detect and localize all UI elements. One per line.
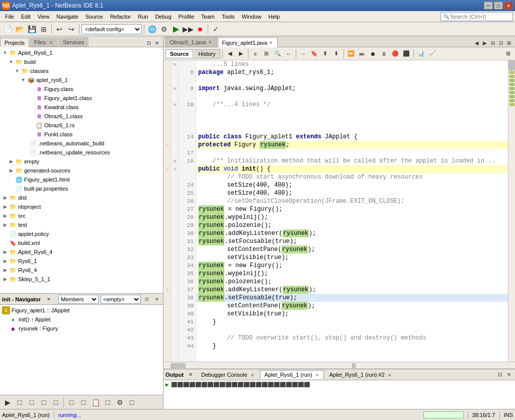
nav-tool-8[interactable]: 📋: [90, 397, 101, 408]
ed-debug-6[interactable]: ⬛: [401, 49, 411, 59]
tab-close-icon2[interactable]: ✕: [315, 373, 319, 378]
tree-item-applet-policy[interactable]: 📄 applet.policy: [0, 229, 163, 238]
nav-tool-4[interactable]: □: [38, 397, 49, 408]
menu-run[interactable]: Run: [135, 13, 151, 21]
tab-figury-aplet1-java[interactable]: Figury_aplet1.java ✕: [218, 37, 278, 47]
h-scroll-thumb[interactable]: [170, 363, 186, 368]
save-all-button[interactable]: ⊞: [38, 24, 49, 35]
menu-refactor[interactable]: Refactor: [107, 13, 134, 21]
stop-button[interactable]: ■: [195, 24, 206, 35]
tree-item-dist[interactable]: ▶ 📁 dist: [0, 193, 163, 202]
toggle-src[interactable]: ▶: [2, 213, 8, 219]
menu-help[interactable]: Help: [266, 13, 283, 21]
scope-filter[interactable]: <empty>: [101, 295, 141, 304]
tree-item-build[interactable]: ▼ 📁 build: [0, 57, 163, 66]
tab-files[interactable]: Files ✕: [30, 37, 58, 47]
tree-item-build-xml[interactable]: 🔖 build.xml: [0, 238, 163, 247]
tab-services[interactable]: Services: [58, 37, 89, 47]
ed-next-bookmark[interactable]: ⬇: [331, 49, 341, 59]
ed-debug-4[interactable]: ⏸: [379, 49, 389, 59]
run-button[interactable]: ▶: [170, 24, 182, 35]
output-tab-run2[interactable]: Aplet_Rys6_1 (run) #2 ✕: [325, 370, 396, 379]
redo-button[interactable]: ↪: [66, 24, 77, 35]
minimize-button[interactable]: ─: [484, 2, 493, 10]
build-button[interactable]: 🌐: [146, 24, 157, 35]
tree-item-generated[interactable]: ▶ 📁 generated-sources: [0, 166, 163, 175]
navigator-close2-button[interactable]: ✕: [153, 295, 161, 303]
toggle-build[interactable]: ▼: [8, 59, 14, 65]
tree-item-kwadrat-class[interactable]: 🗎 Kwadrat.class: [0, 103, 163, 112]
ed-search[interactable]: 🔍: [273, 49, 283, 59]
fold-btn-2[interactable]: ⊞: [171, 85, 179, 93]
tree-item-aplet-pkg[interactable]: ▼ 📦 aplet_rys6_1: [0, 75, 163, 85]
nav-tool-9[interactable]: □: [102, 397, 113, 408]
navigator-close-button[interactable]: ✕: [45, 295, 53, 303]
menu-profile[interactable]: Profile: [176, 13, 197, 21]
tab-close-icon3[interactable]: ✕: [388, 373, 392, 378]
tree-item-nbproject[interactable]: ▶ 📁 nbproject: [0, 202, 163, 211]
editor-maximize[interactable]: ⊞: [505, 39, 513, 47]
ed-toggle-fold[interactable]: ⊞: [262, 49, 272, 59]
tab-projects[interactable]: Projects: [0, 38, 29, 47]
tree-item-rys6-4[interactable]: ▶ 📁 Rys6_4: [0, 266, 163, 275]
ed-back-btn[interactable]: ◀: [225, 49, 235, 59]
horizontal-scrollbar[interactable]: |||: [163, 362, 515, 369]
tab-close-icon[interactable]: ✕: [250, 373, 254, 378]
menu-file[interactable]: File: [2, 13, 17, 21]
tab-obraz6-close[interactable]: ✕: [208, 40, 212, 45]
tab-menu[interactable]: ⊟: [489, 39, 497, 47]
tree-item-sklep[interactable]: ▶ 📁 Sklep_5_1_1: [0, 275, 163, 284]
nav-item-init[interactable]: ● init() ↑ Applet: [1, 315, 162, 324]
toggle-generated[interactable]: ▶: [8, 167, 14, 174]
toggle-rys6-4[interactable]: ▶: [2, 267, 8, 273]
maximize-button[interactable]: □: [494, 2, 503, 10]
toggle-dist[interactable]: ▶: [2, 195, 8, 201]
tree-item-obraz-class[interactable]: 🗎 Obraz6_1.class: [0, 112, 163, 121]
toggle-aplet-rys6-4[interactable]: ▶: [2, 249, 8, 255]
output-close2-btn[interactable]: ✕: [505, 371, 513, 379]
menu-source[interactable]: Source: [82, 13, 106, 21]
tab-scroll-right[interactable]: ▶: [481, 39, 489, 47]
nav-item-rysunek[interactable]: ◆ rysunek : Figury: [1, 324, 162, 333]
tree-item-test[interactable]: ▶ 📁 test: [0, 220, 163, 229]
tab-files-close[interactable]: ✕: [49, 40, 53, 45]
output-restore-btn[interactable]: ⊡: [496, 371, 504, 379]
menu-debug[interactable]: Debug: [152, 13, 174, 21]
tree-item-figury-html[interactable]: 🌐 Figury_aplet1.html: [0, 175, 163, 184]
search-input[interactable]: [450, 14, 510, 20]
code-content[interactable]: ...5 lines package aplet_rys6_1; import …: [196, 60, 508, 362]
ed-task-2[interactable]: 📈: [427, 49, 437, 59]
tree-item-classes[interactable]: ▼ 📁 classes: [0, 66, 163, 75]
toggle-classes[interactable]: ▼: [14, 68, 20, 74]
undo-button[interactable]: ↩: [54, 24, 65, 35]
tree-item-netbeans-update[interactable]: 📄 .netbeans_update_resources: [0, 148, 163, 157]
tree-item-rys6-1[interactable]: ▶ 📁 Rys6_1: [0, 257, 163, 266]
history-tab[interactable]: History: [194, 49, 220, 58]
nav-tool-2[interactable]: □: [14, 397, 25, 408]
open-button[interactable]: 📂: [14, 24, 25, 35]
output-close-btn[interactable]: ✕: [187, 371, 195, 379]
tab-obraz6-java[interactable]: Obraz6_1.java ✕: [165, 37, 217, 47]
nav-tool-3[interactable]: □: [26, 397, 37, 408]
toggle-test[interactable]: ▶: [2, 222, 8, 228]
tree-item-figury-class[interactable]: 🗎 Figury.class: [0, 85, 163, 94]
panel-restore-button[interactable]: ⊡: [145, 39, 153, 47]
nav-item-class[interactable]: C Figury_aplet1 :: JApplet: [1, 306, 162, 315]
ed-debug-3[interactable]: ⏺: [368, 49, 378, 59]
fold-btn-4[interactable]: ⊞: [171, 157, 179, 165]
menu-view[interactable]: View: [35, 13, 53, 21]
toggle-sklep[interactable]: ▶: [2, 276, 8, 282]
toggle-aplet-pkg[interactable]: ▼: [20, 77, 26, 83]
menu-tools[interactable]: Tools: [219, 13, 238, 21]
fold-btn-3[interactable]: ⊞: [171, 101, 179, 109]
toggle-aplet-rys6-1[interactable]: ▼: [2, 50, 8, 56]
ed-debug-1[interactable]: ⏩: [346, 49, 356, 59]
nav-tool-1[interactable]: ▶: [2, 397, 13, 408]
nav-tool-6[interactable]: □: [66, 397, 77, 408]
output-tab-run[interactable]: Aplet_Rys6_1 (run) ✕: [260, 370, 324, 379]
fold-btn-5[interactable]: ⊟: [171, 165, 179, 173]
tree-item-aplet-rys6-4[interactable]: ▶ 📁 Aplet_Rys6_4: [0, 247, 163, 257]
tree-item-netbeans-auto[interactable]: 📄 .netbeans_automatic_build: [0, 139, 163, 148]
toggle-rys6-1[interactable]: ▶: [2, 258, 8, 264]
tree-item-src[interactable]: ▶ 📁 src: [0, 211, 163, 220]
